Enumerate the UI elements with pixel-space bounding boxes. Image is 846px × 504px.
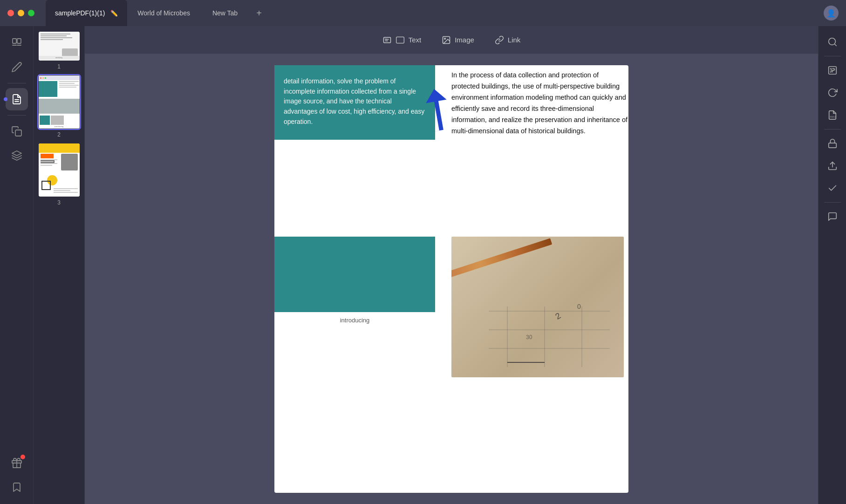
text-tool-label: Text bbox=[409, 36, 422, 44]
maximize-button[interactable] bbox=[28, 10, 34, 16]
right-sidebar: PDF/A bbox=[818, 26, 846, 504]
pdf-page: detail information, solve the problem of… bbox=[274, 65, 628, 493]
thumb-num-3: 3 bbox=[57, 199, 61, 206]
svg-marker-7 bbox=[12, 151, 21, 156]
validate-icon-button[interactable] bbox=[822, 178, 843, 198]
main-layout: introducing 1 bbox=[0, 26, 846, 504]
edit-icon: ✏️ bbox=[110, 10, 118, 17]
svg-text:T: T bbox=[384, 37, 387, 42]
pdf-canvas[interactable]: detail information, solve the problem of… bbox=[85, 54, 818, 504]
svg-text:0: 0 bbox=[577, 303, 581, 310]
right-text-content: In the process of data collection and pr… bbox=[451, 71, 628, 135]
tab-samplepdf-label: samplePDF(1)(1) bbox=[55, 9, 105, 17]
sidebar-divider-1 bbox=[7, 83, 26, 83]
sidebar-item-pages[interactable] bbox=[6, 88, 28, 110]
image-tool-label: Image bbox=[455, 36, 474, 44]
comment-icon-button[interactable] bbox=[822, 206, 843, 227]
tab-newtab[interactable]: New Tab bbox=[203, 0, 250, 26]
teal-lower-block bbox=[274, 237, 435, 312]
thumb-num-1: 1 bbox=[57, 63, 61, 70]
blueprint-image: 2 0 30 bbox=[451, 237, 624, 377]
teal-block-text: detail information, solve the problem of… bbox=[284, 77, 424, 125]
svg-text:30: 30 bbox=[526, 334, 532, 341]
svg-rect-1 bbox=[17, 39, 21, 43]
thumb-page-1: introducing bbox=[39, 32, 80, 61]
sidebar-item-layers[interactable] bbox=[6, 144, 28, 167]
tabs-area: samplePDF(1)(1) ✏️ World of Microbes New… bbox=[46, 0, 824, 26]
traffic-lights bbox=[7, 10, 34, 16]
thumbnail-item-1[interactable]: introducing 1 bbox=[39, 32, 80, 70]
toolbar-group: T Text Image bbox=[374, 32, 529, 48]
tab-samplepdf[interactable]: samplePDF(1)(1) ✏️ bbox=[46, 0, 127, 26]
thumb-num-2: 2 bbox=[57, 131, 61, 138]
tab-microbes-label: World of Microbes bbox=[137, 9, 190, 17]
svg-marker-18 bbox=[424, 87, 452, 132]
security-icon-button[interactable] bbox=[822, 133, 843, 154]
sidebar-item-annotate[interactable] bbox=[6, 56, 28, 78]
svg-text:PDF/A: PDF/A bbox=[830, 116, 836, 118]
thumbnail-item-2[interactable]: introducing 2 bbox=[39, 75, 80, 138]
close-button[interactable] bbox=[7, 10, 14, 16]
sidebar-item-bookmark[interactable] bbox=[6, 476, 28, 498]
svg-rect-34 bbox=[828, 143, 836, 148]
teal-content-block: detail information, solve the problem of… bbox=[274, 65, 435, 140]
sidebar-item-duplicate[interactable] bbox=[6, 120, 28, 143]
thumb-frame-3 bbox=[39, 143, 80, 197]
right-divider-3 bbox=[824, 202, 841, 203]
share-icon-button[interactable] bbox=[822, 156, 843, 176]
rotate-icon-button[interactable] bbox=[822, 82, 843, 103]
pdf-toolbar: T Text Image bbox=[85, 26, 818, 54]
svg-rect-14 bbox=[396, 37, 404, 43]
svg-rect-6 bbox=[15, 130, 21, 136]
svg-point-16 bbox=[444, 38, 446, 39]
gift-badge bbox=[20, 455, 25, 459]
tab-newtab-label: New Tab bbox=[212, 9, 238, 17]
pdfa-icon-button[interactable]: PDF/A bbox=[822, 105, 843, 125]
image-tool-button[interactable]: Image bbox=[433, 32, 483, 48]
add-tab-button[interactable]: + bbox=[252, 7, 266, 20]
ocr-icon-button[interactable] bbox=[822, 60, 843, 81]
tab-microbes[interactable]: World of Microbes bbox=[128, 0, 202, 26]
thumbnail-panel: introducing 1 bbox=[34, 26, 85, 504]
search-icon-button[interactable] bbox=[822, 32, 843, 52]
minimize-button[interactable] bbox=[18, 10, 24, 16]
sidebar-item-reader[interactable] bbox=[6, 32, 28, 54]
introducing-label: introducing bbox=[274, 317, 435, 324]
avatar[interactable]: 👤 bbox=[824, 6, 839, 20]
right-divider-1 bbox=[824, 56, 841, 56]
text-tool-button[interactable]: T Text bbox=[374, 32, 430, 48]
sidebar-item-gift[interactable] bbox=[6, 452, 28, 474]
link-tool-label: Link bbox=[508, 36, 521, 44]
right-divider-2 bbox=[824, 129, 841, 129]
svg-text:2: 2 bbox=[554, 311, 563, 321]
svg-line-31 bbox=[834, 44, 836, 46]
thumbnail-item-3[interactable]: 3 bbox=[39, 143, 80, 206]
svg-rect-0 bbox=[13, 39, 16, 43]
right-text-block: In the process of data collection and pr… bbox=[451, 65, 628, 137]
thumb-frame-1: introducing bbox=[39, 32, 80, 61]
pdf-area: T Text Image bbox=[85, 26, 818, 504]
link-tool-button[interactable]: Link bbox=[486, 32, 529, 48]
thumb-frame-2: introducing bbox=[39, 75, 80, 129]
titlebar: samplePDF(1)(1) ✏️ World of Microbes New… bbox=[0, 0, 846, 26]
active-indicator bbox=[4, 97, 7, 101]
left-sidebar bbox=[0, 26, 34, 504]
sidebar-divider-2 bbox=[7, 115, 26, 116]
